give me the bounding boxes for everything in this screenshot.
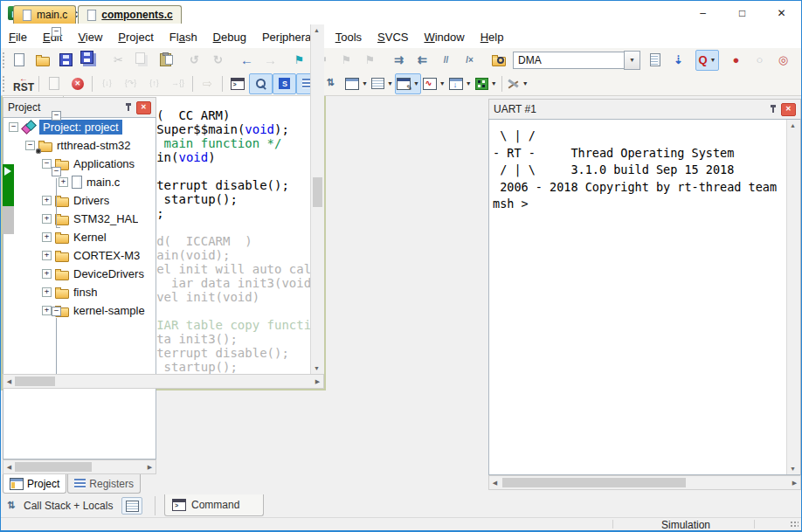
tree-item-finsh[interactable]: +finsh <box>3 283 156 301</box>
uart-output[interactable]: \ | / - RT - Thread Operating System / |… <box>489 120 786 474</box>
step-over-button[interactable]: {↷} <box>119 73 142 94</box>
step-out-button[interactable]: {↑} <box>142 73 166 94</box>
panel-tab-project[interactable]: Project <box>3 473 66 494</box>
show-next-statement-button[interactable]: ⇨ <box>196 73 219 94</box>
scroll-left-icon[interactable]: ◀ <box>489 477 501 488</box>
expand-toggle[interactable]: − <box>25 141 35 150</box>
paste-button[interactable] <box>154 50 177 71</box>
run-to-cursor-button[interactable]: →{} <box>166 73 190 94</box>
scroll-thumb[interactable] <box>15 377 55 386</box>
scroll-up-icon[interactable]: ▲ <box>311 24 322 36</box>
find-in-files-button[interactable] <box>487 50 510 71</box>
tree-item-devicedrivers[interactable]: +DeviceDrivers <box>3 265 156 283</box>
tree-item-cortex-m3[interactable]: +CORTEX-M3 <box>3 246 156 265</box>
fold-box-icon[interactable]: − <box>52 111 61 121</box>
disassembly-window-button[interactable] <box>249 73 273 94</box>
dropdown-arrow-icon[interactable]: ▼ <box>522 80 529 86</box>
cut-button[interactable]: ✂ <box>107 50 130 71</box>
editor-tab-components-c[interactable]: components.c <box>78 5 181 24</box>
menu-window[interactable]: Window <box>416 27 472 47</box>
panel-tab-registers[interactable]: Registers <box>67 474 141 494</box>
incremental-find-button[interactable]: ⇣ <box>667 50 690 71</box>
scroll-thumb[interactable] <box>15 462 92 472</box>
call-stack-locals-bar[interactable]: Call Stack + Locals <box>3 496 156 515</box>
navigate-back-button[interactable]: ← <box>235 50 259 71</box>
project-panel-close-button[interactable] <box>136 100 151 114</box>
uncomment-button[interactable]: /× <box>458 50 481 71</box>
analysis-window-button[interactable]: ▼ <box>421 73 447 94</box>
scroll-down-icon[interactable]: ▼ <box>311 363 322 374</box>
project-hscrollbar[interactable]: ◀ ▶ <box>3 459 156 474</box>
dropdown-arrow-icon[interactable]: ▼ <box>491 80 497 86</box>
scroll-right-icon[interactable]: ▶ <box>789 477 800 488</box>
menu-tools[interactable]: Tools <box>328 27 370 47</box>
navigate-forward-button[interactable]: → <box>259 50 282 71</box>
find-button[interactable] <box>643 50 667 71</box>
tools-menu-button[interactable]: ▼ <box>505 73 530 94</box>
memory-window-button[interactable] <box>121 497 142 515</box>
outdent-button[interactable]: ⇇ <box>411 50 434 71</box>
dropdown-arrow-icon[interactable]: ▼ <box>413 80 419 86</box>
command-tab[interactable]: Command <box>164 494 264 516</box>
redo-button[interactable]: ↻ <box>206 50 230 71</box>
scroll-right-icon[interactable]: ▶ <box>144 461 156 473</box>
editor-tab-main-c[interactable]: main.c <box>13 5 76 24</box>
stop-button[interactable] <box>66 73 89 94</box>
watch-window-button[interactable]: ▼ <box>343 73 370 94</box>
step-button[interactable]: {↓} <box>95 73 119 94</box>
serial-window-button[interactable]: ▼ <box>395 73 421 94</box>
menu-flash[interactable]: Flash <box>162 27 205 47</box>
fold-margin[interactable]: − <box>50 304 63 318</box>
dropdown-arrow-icon[interactable]: ▼ <box>387 80 393 86</box>
indent-button[interactable]: ⇉ <box>387 50 411 71</box>
close-button[interactable]: ✕ <box>762 1 801 25</box>
disable-all-breakpoints-button[interactable]: ◎ <box>771 50 795 71</box>
copy-button[interactable] <box>130 50 154 71</box>
quick-find-button[interactable]: Q▼ <box>695 50 719 71</box>
enable-disable-breakpoint-button[interactable]: ○ <box>748 50 771 71</box>
bookmark-prev-button[interactable]: ⚑ <box>335 50 358 71</box>
tree-item-kernel[interactable]: +Kernel <box>3 228 156 246</box>
tree-item-main-c[interactable]: +main.c <box>3 173 156 191</box>
symbol-window-button[interactable] <box>273 73 296 94</box>
comment-button[interactable]: // <box>434 50 458 71</box>
menu-debug[interactable]: Debug <box>205 27 254 47</box>
save-all-button[interactable] <box>78 50 101 71</box>
fold-box-icon[interactable]: − <box>52 27 61 37</box>
tree-item-applications[interactable]: −Applications <box>3 155 156 173</box>
scroll-thumb[interactable] <box>502 478 686 487</box>
bookmark-toggle-button[interactable]: ⚑ <box>287 50 311 71</box>
undo-button[interactable]: ↺ <box>183 50 206 71</box>
memory-window-button[interactable]: ▼ <box>370 73 395 94</box>
tree-item-project-project[interactable]: −Project: project <box>3 118 156 136</box>
minimize-button[interactable]: – <box>683 1 722 25</box>
tree-item-stm32-hal[interactable]: +STM32_HAL <box>3 210 156 228</box>
fold-box-icon[interactable]: − <box>52 167 61 176</box>
scroll-left-icon[interactable]: ◀ <box>3 461 15 473</box>
uart-vscrollbar[interactable]: ▲ ▼ <box>786 120 800 474</box>
tree-item-rtthread-stm32[interactable]: −rtthread-stm32 <box>3 136 156 155</box>
dropdown-arrow-icon[interactable]: ▼ <box>710 57 716 63</box>
resize-grip[interactable] <box>790 521 799 529</box>
uart-panel-close-button[interactable] <box>781 102 796 116</box>
editor-vscrollbar[interactable]: ▲ ▼ <box>310 24 324 374</box>
fold-margin[interactable]: − <box>50 164 63 178</box>
fold-margin[interactable]: − <box>50 108 63 122</box>
menu-help[interactable]: Help <box>473 27 512 47</box>
fold-box-icon[interactable]: − <box>52 307 61 316</box>
system-viewer-button[interactable]: ▼ <box>447 73 474 94</box>
scroll-thumb[interactable] <box>313 177 322 207</box>
command-window-button[interactable] <box>225 73 249 94</box>
fold-margin[interactable]: − <box>50 24 63 38</box>
maximize-button[interactable]: □ <box>722 1 762 25</box>
menu-view[interactable]: View <box>70 27 110 47</box>
dropdown-arrow-icon[interactable]: ▼ <box>466 80 472 86</box>
editor-hscrollbar[interactable]: ◀ ▶ <box>3 374 324 389</box>
tree-item-drivers[interactable]: +Drivers <box>3 191 156 210</box>
reset-button[interactable]: RST <box>11 73 36 94</box>
tree-item-kernel-sample[interactable]: +kernel-sample <box>3 301 156 320</box>
pin-button[interactable] <box>766 102 781 116</box>
toolbox-button[interactable]: ▼ <box>474 73 499 94</box>
pin-button[interactable] <box>121 100 136 114</box>
scroll-down-icon[interactable]: ▼ <box>787 463 799 474</box>
